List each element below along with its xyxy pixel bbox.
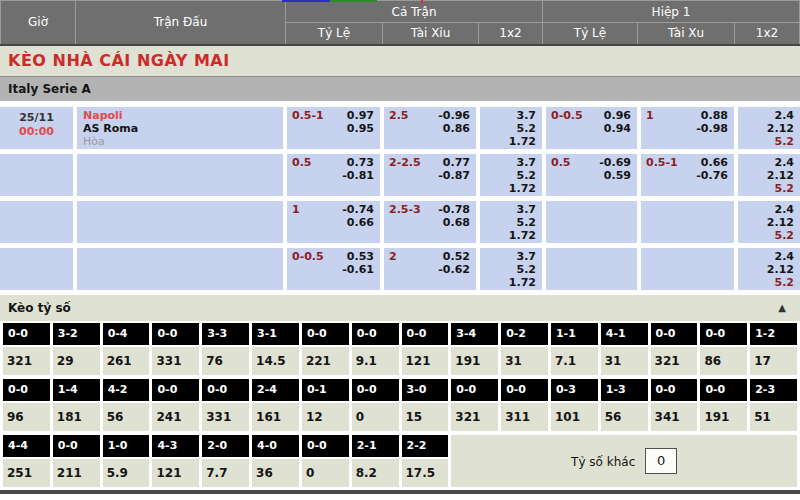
score-odds-value[interactable]: 8.2 <box>352 459 399 487</box>
odds-value[interactable]: 2.12 <box>738 122 800 135</box>
score-cell[interactable]: 0-0 <box>302 435 349 457</box>
score-odds-value[interactable]: 31 <box>601 347 648 375</box>
score-cell[interactable]: 0-0 <box>352 379 399 401</box>
score-cell[interactable]: 0-0 <box>3 379 50 401</box>
odds-value[interactable]: 0.66 <box>347 216 374 229</box>
odds-value[interactable]: 1.72 <box>480 229 542 242</box>
ft-handicap-cell[interactable]: 0.50.73 -0.81 <box>287 154 380 196</box>
odds-value[interactable]: 3.7 <box>480 250 542 263</box>
odds-value[interactable]: 0.86 <box>443 122 470 135</box>
h1-1x2-cell[interactable]: 2.4 2.12 5.2 <box>738 154 800 196</box>
score-odds-value[interactable]: 121 <box>402 347 449 375</box>
h1-overunder-cell[interactable]: 10.88 -0.98 <box>641 107 734 149</box>
odds-value[interactable]: 0.53 <box>347 250 374 263</box>
score-cell[interactable]: 0-0 <box>302 323 349 345</box>
odds-value[interactable]: 2.12 <box>738 169 800 182</box>
odds-value[interactable]: -0.96 <box>438 109 470 122</box>
match-teams-cell[interactable]: Napoli AS Roma Hòa <box>77 107 283 149</box>
score-cell[interactable]: 0-0 <box>202 379 249 401</box>
ft-overunder-cell[interactable]: 2.5-3-0.78 0.68 <box>384 201 476 243</box>
odds-value[interactable]: 3.7 <box>480 109 542 122</box>
score-cell[interactable]: 0-0 <box>152 379 199 401</box>
ft-handicap-cell[interactable]: 0-0.50.53 -0.61 <box>287 248 380 290</box>
score-odds-value[interactable]: 331 <box>152 347 199 375</box>
score-odds-value[interactable]: 331 <box>202 403 249 431</box>
score-cell[interactable]: 1-1 <box>551 323 598 345</box>
score-odds-value[interactable]: 7.1 <box>551 347 598 375</box>
odds-value[interactable]: 2.4 <box>738 203 800 216</box>
score-odds-value[interactable]: 17 <box>750 347 797 375</box>
score-odds-value[interactable]: 311 <box>501 403 548 431</box>
score-odds-value[interactable]: 191 <box>700 403 747 431</box>
score-cell[interactable]: 0-0 <box>402 323 449 345</box>
score-odds-value[interactable]: 191 <box>451 347 498 375</box>
odds-value[interactable]: 3.7 <box>480 156 542 169</box>
score-cell[interactable]: 4-1 <box>601 323 648 345</box>
score-cell[interactable]: 3-4 <box>451 323 498 345</box>
odds-value[interactable]: 0.95 <box>347 122 374 135</box>
score-odds-value[interactable]: 76 <box>202 347 249 375</box>
score-cell[interactable]: 0-4 <box>103 323 150 345</box>
odds-value[interactable]: -0.78 <box>438 203 470 216</box>
score-cell[interactable]: 1-2 <box>750 323 797 345</box>
score-cell[interactable]: 4-4 <box>3 435 50 457</box>
ft-overunder-cell[interactable]: 2-2.50.77 -0.87 <box>384 154 476 196</box>
odds-value[interactable]: -0.76 <box>696 169 728 182</box>
odds-value[interactable]: 5.2 <box>738 229 800 242</box>
score-odds-value[interactable]: 0 <box>352 403 399 431</box>
odds-value[interactable]: 2.4 <box>738 109 800 122</box>
ft-1x2-cell[interactable]: 3.7 5.2 1.72 <box>480 107 542 149</box>
score-odds-value[interactable]: 181 <box>53 403 100 431</box>
odds-value[interactable]: 5.2 <box>738 276 800 289</box>
score-odds-value[interactable]: 96 <box>3 403 50 431</box>
score-odds-value[interactable]: 241 <box>152 403 199 431</box>
score-cell[interactable]: 0-0 <box>700 323 747 345</box>
score-odds-value[interactable]: 31 <box>501 347 548 375</box>
score-odds-value[interactable]: 56 <box>103 403 150 431</box>
odds-value[interactable]: 2.4 <box>738 250 800 263</box>
score-cell[interactable]: 3-0 <box>402 379 449 401</box>
score-cell[interactable]: 4-2 <box>103 379 150 401</box>
odds-value[interactable]: 5.2 <box>480 216 542 229</box>
score-cell[interactable]: 3-3 <box>202 323 249 345</box>
score-odds-value[interactable]: 86 <box>700 347 747 375</box>
odds-value[interactable]: 0.66 <box>701 156 728 169</box>
score-cell[interactable]: 2-2 <box>402 435 449 457</box>
score-odds-value[interactable]: 14.5 <box>252 347 299 375</box>
score-cell[interactable]: 0-0 <box>451 379 498 401</box>
score-odds-value[interactable]: 161 <box>252 403 299 431</box>
score-cell[interactable]: 4-0 <box>252 435 299 457</box>
score-cell[interactable]: 2-3 <box>750 379 797 401</box>
score-cell[interactable]: 4-3 <box>152 435 199 457</box>
score-odds-value[interactable]: 15 <box>402 403 449 431</box>
odds-value[interactable]: 3.7 <box>480 203 542 216</box>
odds-value[interactable]: -0.69 <box>599 156 631 169</box>
odds-value[interactable]: 2.12 <box>738 216 800 229</box>
collapse-arrow-icon[interactable]: ▲ <box>778 302 786 313</box>
score-odds-value[interactable]: 29 <box>53 347 100 375</box>
odds-value[interactable]: -0.98 <box>696 122 728 135</box>
score-cell[interactable]: 0-0 <box>3 323 50 345</box>
score-odds-value[interactable]: 211 <box>53 459 100 487</box>
score-cell[interactable]: 1-3 <box>601 379 648 401</box>
h1-1x2-cell[interactable]: 2.4 2.12 5.2 <box>738 201 800 243</box>
score-odds-value[interactable]: 261 <box>103 347 150 375</box>
h1-1x2-cell[interactable]: 2.4 2.12 5.2 <box>738 248 800 290</box>
odds-value[interactable]: -0.81 <box>342 169 374 182</box>
score-cell[interactable]: 2-4 <box>252 379 299 401</box>
odds-value[interactable]: 0.52 <box>443 250 470 263</box>
odds-value[interactable]: 0.94 <box>604 122 631 135</box>
odds-value[interactable]: 5.2 <box>738 182 800 195</box>
score-odds-value[interactable]: 51 <box>750 403 797 431</box>
odds-value[interactable]: 2.4 <box>738 156 800 169</box>
odds-value[interactable]: 5.2 <box>480 169 542 182</box>
score-odds-value[interactable]: 5.9 <box>103 459 150 487</box>
odds-value[interactable]: 5.2 <box>480 122 542 135</box>
other-score-input[interactable] <box>645 448 677 474</box>
ft-handicap-cell[interactable]: 1-0.74 0.66 <box>287 201 380 243</box>
score-cell[interactable]: 0-0 <box>651 323 698 345</box>
score-cell[interactable]: 1-4 <box>53 379 100 401</box>
ft-handicap-cell[interactable]: 0.5-10.97 0.95 <box>287 107 380 149</box>
odds-value[interactable]: 0.77 <box>443 156 470 169</box>
score-odds-value[interactable]: 36 <box>252 459 299 487</box>
